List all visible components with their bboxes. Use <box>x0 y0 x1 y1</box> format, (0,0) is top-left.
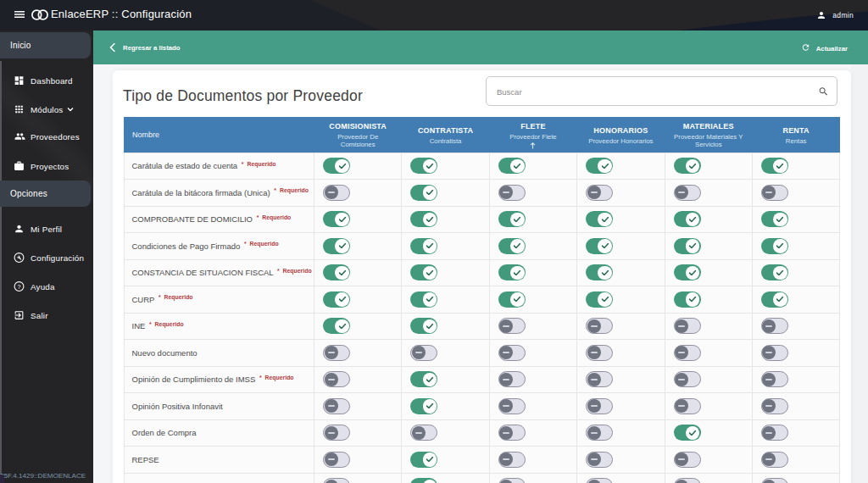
svg-text:?: ? <box>18 284 21 290</box>
